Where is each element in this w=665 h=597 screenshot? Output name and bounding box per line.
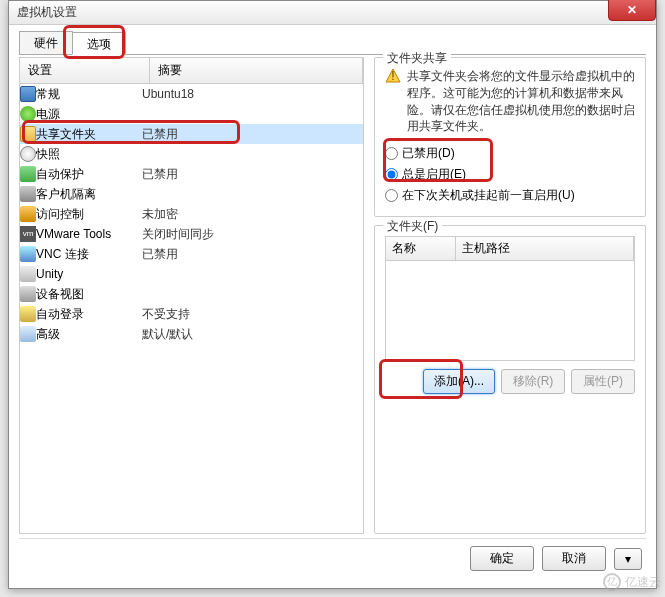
props-button: 属性(P): [571, 369, 635, 394]
list-item-summary: 关闭时间同步: [138, 226, 363, 243]
shield-icon: [20, 166, 36, 182]
list-item-label: 电源: [36, 106, 138, 123]
radio-always-input[interactable]: [385, 168, 398, 181]
vm-icon: vm: [20, 226, 36, 242]
list-item-label: 访问控制: [36, 206, 138, 223]
watermark-text: 亿速云: [625, 574, 661, 591]
client-area: 硬件 选项 设置 摘要 常规Ubuntu18电源共享文件夹已禁用快照自动保护已禁…: [9, 25, 656, 588]
unity-icon: [20, 266, 36, 282]
list-item-label: VMware Tools: [36, 227, 138, 241]
clock-icon: [20, 146, 36, 162]
tab-hardware-label: 硬件: [34, 36, 58, 50]
share-radios: 已禁用(D) 总是启用(E) 在下次关机或挂起前一直启用(U): [385, 145, 635, 204]
warning: ! 共享文件夹会将您的文件显示给虚拟机中的程序。这可能为您的计算机和数据带来风险…: [385, 68, 635, 135]
list-item-label: 共享文件夹: [36, 126, 138, 143]
monitor-icon: [20, 86, 36, 102]
radio-until-label: 在下次关机或挂起前一直启用(U): [402, 187, 575, 204]
list-item-summary: 已禁用: [138, 246, 363, 263]
wrench-icon: [20, 286, 36, 302]
list-item-summary: 未加密: [138, 206, 363, 223]
add-button[interactable]: 添加(A)...: [423, 369, 495, 394]
warning-text: 共享文件夹会将您的文件显示给虚拟机中的程序。这可能为您的计算机和数据带来风险。请…: [407, 68, 635, 135]
list-header: 设置 摘要: [20, 58, 363, 84]
cancel-button[interactable]: 取消: [542, 546, 606, 571]
list-item-label: 自动保护: [36, 166, 138, 183]
list-item-label: 客户机隔离: [36, 186, 138, 203]
tab-options-label: 选项: [87, 37, 111, 51]
ok-button[interactable]: 确定: [470, 546, 534, 571]
list-item[interactable]: vmVMware Tools关闭时间同步: [20, 224, 363, 244]
folder-col-name: 名称: [386, 237, 456, 260]
list-item-label: 快照: [36, 146, 138, 163]
radio-always-label: 总是启用(E): [402, 166, 466, 183]
list-item-label: 设备视图: [36, 286, 138, 303]
vnc-icon: [20, 246, 36, 262]
list-item[interactable]: 设备视图: [20, 284, 363, 304]
list-item-label: VNC 连接: [36, 246, 138, 263]
warning-icon: !: [385, 68, 401, 84]
close-button[interactable]: ✕: [608, 0, 656, 21]
list-item[interactable]: 电源: [20, 104, 363, 124]
folder-list-header: 名称 主机路径: [385, 236, 635, 261]
radio-disabled[interactable]: 已禁用(D): [385, 145, 635, 162]
header-summary: 摘要: [150, 58, 363, 83]
share-legend: 文件夹共享: [383, 50, 451, 67]
list-item[interactable]: 快照: [20, 144, 363, 164]
adv-icon: [20, 326, 36, 342]
list-item-label: 常规: [36, 86, 138, 103]
tab-hardware[interactable]: 硬件: [19, 31, 73, 54]
folder-icon: [20, 126, 36, 142]
radio-disabled-label: 已禁用(D): [402, 145, 455, 162]
header-setting: 设置: [20, 58, 150, 83]
vm-settings-window: 虚拟机设置 ✕ 硬件 选项 设置 摘要 常规Ubuntu18电源共享文件夹已禁用…: [8, 0, 657, 589]
folder-col-host: 主机路径: [456, 237, 634, 260]
right-panel: 文件夹共享 ! 共享文件夹会将您的文件显示给虚拟机中的程序。这可能为您的计算机和…: [374, 57, 646, 534]
window-title: 虚拟机设置: [17, 4, 77, 21]
list-body[interactable]: 常规Ubuntu18电源共享文件夹已禁用快照自动保护已禁用客户机隔离访问控制未加…: [20, 84, 363, 533]
radio-always[interactable]: 总是启用(E): [385, 166, 635, 183]
list-item[interactable]: VNC 连接已禁用: [20, 244, 363, 264]
close-icon: ✕: [627, 3, 637, 17]
list-item-summary: 已禁用: [138, 126, 363, 143]
list-item[interactable]: 高级默认/默认: [20, 324, 363, 344]
folder-buttons: 添加(A)... 移除(R) 属性(P): [385, 369, 635, 394]
list-item[interactable]: Unity: [20, 264, 363, 284]
power-icon: [20, 106, 36, 122]
watermark-icon: 亿: [603, 573, 621, 591]
footer: 确定 取消 ▾: [19, 538, 646, 578]
body: 设置 摘要 常规Ubuntu18电源共享文件夹已禁用快照自动保护已禁用客户机隔离…: [19, 57, 646, 534]
list-item-summary: 默认/默认: [138, 326, 363, 343]
help-button[interactable]: ▾: [614, 548, 642, 570]
folder-list[interactable]: [385, 261, 635, 361]
list-item-summary: Ubuntu18: [138, 87, 363, 101]
radio-disabled-input[interactable]: [385, 147, 398, 160]
radio-until-input[interactable]: [385, 189, 398, 202]
key-icon: [20, 306, 36, 322]
remove-button: 移除(R): [501, 369, 565, 394]
list-item-label: Unity: [36, 267, 138, 281]
help-icon: ▾: [625, 552, 631, 566]
list-item-summary: 不受支持: [138, 306, 363, 323]
list-item-label: 高级: [36, 326, 138, 343]
share-group: 文件夹共享 ! 共享文件夹会将您的文件显示给虚拟机中的程序。这可能为您的计算机和…: [374, 57, 646, 217]
lock-icon: [20, 206, 36, 222]
user-icon: [20, 186, 36, 202]
list-item[interactable]: 访问控制未加密: [20, 204, 363, 224]
tabs: 硬件 选项: [19, 31, 646, 55]
list-item-summary: 已禁用: [138, 166, 363, 183]
tab-options[interactable]: 选项: [72, 32, 126, 55]
titlebar[interactable]: 虚拟机设置 ✕: [9, 1, 656, 25]
list-item[interactable]: 共享文件夹已禁用: [20, 124, 363, 144]
watermark: 亿 亿速云: [603, 573, 661, 591]
folders-group: 文件夹(F) 名称 主机路径 添加(A)... 移除(R) 属性(P): [374, 225, 646, 534]
list-item[interactable]: 自动登录不受支持: [20, 304, 363, 324]
svg-text:!: !: [391, 69, 394, 83]
list-item[interactable]: 自动保护已禁用: [20, 164, 363, 184]
list-item[interactable]: 客户机隔离: [20, 184, 363, 204]
list-item[interactable]: 常规Ubuntu18: [20, 84, 363, 104]
folders-legend: 文件夹(F): [383, 218, 442, 235]
list-item-label: 自动登录: [36, 306, 138, 323]
settings-list: 设置 摘要 常规Ubuntu18电源共享文件夹已禁用快照自动保护已禁用客户机隔离…: [19, 57, 364, 534]
radio-until[interactable]: 在下次关机或挂起前一直启用(U): [385, 187, 635, 204]
